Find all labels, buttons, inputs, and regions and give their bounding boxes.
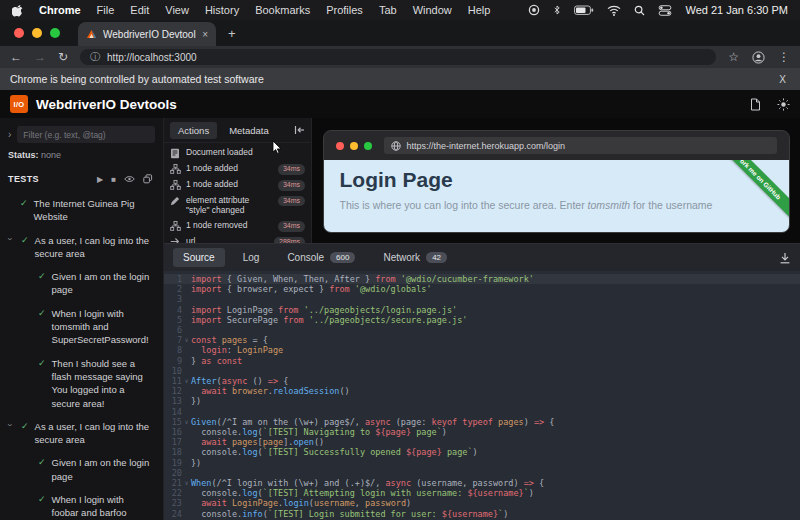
tab-network[interactable]: Network42 [373, 248, 457, 267]
gutter-spacer [182, 498, 191, 508]
infobar-close-icon[interactable]: X [779, 74, 790, 85]
menu-item-help[interactable]: Help [468, 4, 491, 16]
reload-icon[interactable]: ↻ [58, 51, 68, 63]
action-item[interactable]: url288ms [164, 234, 311, 244]
fold-arrow-icon[interactable]: ∨ [182, 335, 191, 345]
menu-kebab-icon[interactable]: ⋮ [778, 51, 790, 63]
line-number: 22 [164, 488, 182, 498]
test-step[interactable]: ✓Given I am on the login page [38, 265, 163, 302]
forward-icon[interactable]: → [34, 51, 46, 63]
fold-arrow-icon[interactable]: ∨ [182, 376, 191, 386]
fold-arrow-icon[interactable]: ∨ [182, 417, 191, 427]
test-step[interactable]: ✓When I login with tomsmith and SuperSec… [38, 302, 163, 352]
collapse-panel-icon[interactable] [294, 125, 305, 135]
code-token: () [339, 386, 349, 396]
preview-area: https://the-internet.herokuapp.com/login… [312, 118, 800, 243]
copy-icon[interactable] [143, 174, 153, 184]
test-step[interactable]: ✓Given I am on the login page [38, 451, 163, 488]
test-step[interactable]: ✓When I login with foobar and barfoo [38, 488, 163, 520]
profile-avatar-icon[interactable] [752, 51, 765, 64]
screen-record-icon[interactable] [528, 4, 540, 16]
report-file-icon[interactable] [750, 98, 761, 111]
tab-close-icon[interactable]: × [202, 29, 208, 40]
bookmark-star-icon[interactable]: ☆ [728, 51, 739, 63]
action-item[interactable]: element attribute "style" changed34ms [164, 193, 311, 218]
gutter-spacer [182, 345, 191, 355]
gutter-spacer [182, 386, 191, 396]
test-label: Then I should see a flash message saying… [52, 357, 153, 410]
menu-item-history[interactable]: History [205, 4, 239, 16]
menu-item-file[interactable]: File [97, 4, 115, 16]
search-icon[interactable] [634, 5, 645, 16]
tab-source[interactable]: Source [173, 248, 225, 267]
test-scenario[interactable]: ›✓As a user, I can log into the secure a… [6, 229, 163, 266]
tab-metadata[interactable]: Metadata [221, 122, 277, 139]
stop-tests-icon[interactable]: ■ [111, 175, 116, 184]
apple-icon[interactable] [12, 4, 23, 17]
filter-input[interactable] [17, 126, 155, 143]
test-feature[interactable]: ✓The Internet Guinea Pig Website [20, 192, 163, 229]
source-code-editor[interactable]: 1import { Given, When, Then, After } fro… [164, 271, 800, 520]
battery-icon[interactable] [574, 5, 594, 16]
site-info-icon[interactable]: ⓘ [90, 52, 100, 62]
code-token: }) [191, 396, 201, 406]
check-icon: ✓ [20, 197, 28, 224]
code-token: '@wdio/cucumber-framework' [401, 274, 534, 284]
test-step[interactable]: ✓Then I should see a flash message sayin… [38, 352, 163, 415]
theme-toggle-sun-icon[interactable] [777, 98, 790, 111]
check-icon: ✓ [21, 420, 29, 447]
preview-url-bar: https://the-internet.herokuapp.com/login [384, 137, 777, 154]
tab-actions[interactable]: Actions [170, 122, 217, 139]
code-token: console. [191, 447, 242, 457]
action-item[interactable]: Document loaded [164, 145, 311, 161]
chevron-down-icon[interactable]: › [6, 234, 16, 243]
code-token [191, 437, 201, 447]
app-header: I/O WebdriverIO Devtools [0, 90, 800, 119]
menubar-clock[interactable]: Wed 21 Jan 6:30 PM [685, 4, 788, 16]
menu-item-profiles[interactable]: Profiles [326, 4, 363, 16]
code-token: info [242, 509, 262, 519]
watch-eye-icon[interactable] [124, 175, 135, 183]
run-tests-icon[interactable]: ▶ [97, 175, 103, 184]
code-token: (page: [391, 417, 432, 427]
code-token: pages [232, 437, 258, 447]
tests-tree: ✓The Internet Guinea Pig Website›✓As a u… [0, 192, 163, 520]
menu-item-chrome[interactable]: Chrome [39, 4, 81, 16]
code-line: 17 await pages[page].open() [164, 437, 800, 447]
code-token: async [365, 417, 391, 427]
window-minimize-button[interactable] [32, 28, 42, 38]
back-icon[interactable]: ← [10, 51, 22, 63]
download-icon[interactable] [779, 252, 791, 264]
window-close-button[interactable] [14, 28, 24, 38]
tab-log[interactable]: Log [233, 248, 270, 267]
fold-arrow-icon[interactable]: ∨ [182, 478, 191, 488]
address-bar[interactable]: ⓘ http://localhost:3000 [80, 49, 716, 65]
menu-item-tab[interactable]: Tab [379, 4, 397, 16]
new-tab-button[interactable]: + [228, 26, 236, 46]
code-token: = { [247, 335, 267, 345]
code-line: 16 console.log(`[TEST] Navigating to ${p… [164, 427, 800, 437]
preview-url-text: https://the-internet.herokuapp.com/login [407, 141, 566, 151]
test-label: When I login with foobar and barfoo [52, 493, 153, 520]
code-token: `[TEST] Attempting login with username: [263, 488, 468, 498]
action-item[interactable]: 1 node added34ms [164, 177, 311, 193]
test-scenario[interactable]: ›✓As a user, I can log into the secure a… [6, 415, 163, 452]
code-token: as [201, 356, 211, 366]
menu-item-edit[interactable]: Edit [130, 4, 149, 16]
window-zoom-button[interactable] [50, 28, 60, 38]
menu-item-bookmarks[interactable]: Bookmarks [255, 4, 310, 16]
chevron-down-icon[interactable]: › [6, 420, 16, 429]
browser-tab[interactable]: WebdriverIO Devtools × [78, 22, 216, 46]
sidebar-expand-chevron-icon[interactable]: › [8, 130, 11, 140]
action-label: element attribute "style" changed [186, 195, 273, 216]
tab-console[interactable]: Console600 [277, 248, 365, 267]
wifi-icon[interactable] [607, 5, 621, 16]
action-item[interactable]: 1 node removed34ms [164, 218, 311, 234]
action-item[interactable]: 1 node added34ms [164, 161, 311, 177]
code-token: reloadSession [273, 386, 340, 396]
bluetooth-icon[interactable] [553, 4, 561, 16]
menu-item-window[interactable]: Window [413, 4, 452, 16]
menu-item-view[interactable]: View [165, 4, 189, 16]
macos-menubar: ChromeFileEditViewHistoryBookmarksProfil… [0, 0, 800, 20]
control-center-icon[interactable] [658, 5, 672, 16]
